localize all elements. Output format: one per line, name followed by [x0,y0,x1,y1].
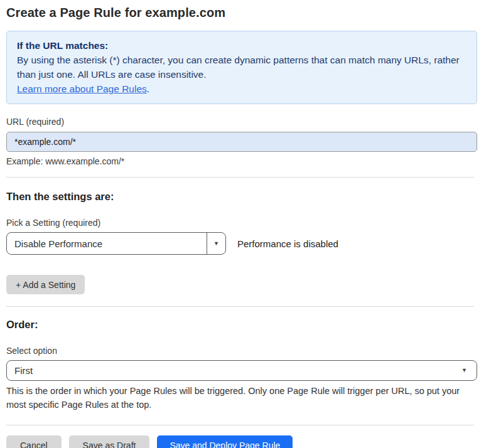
setting-select[interactable]: Disable Performance ▼ [6,232,226,255]
settings-section-heading: Then the settings are: [6,191,477,203]
page-title: Create a Page Rule for example.com [6,6,477,20]
link-suffix: . [147,83,149,94]
url-matches-info-box: If the URL matches: By using the asteris… [6,31,477,104]
order-help-text: This is the order in which your Page Rul… [6,384,474,412]
order-select-value: First [7,361,461,380]
chevron-down-icon: ▼ [461,368,467,373]
divider [6,425,474,425]
divider [6,177,474,178]
setting-select-value: Disable Performance [7,233,207,254]
setting-status-text: Performance is disabled [237,238,338,249]
divider [6,306,474,307]
page-rule-form: Create a Page Rule for example.com If th… [6,6,477,448]
url-label: URL (required) [6,117,477,127]
info-box-heading: If the URL matches: [17,38,466,53]
info-box-body: By using the asterisk (*) character, you… [17,53,466,82]
setting-select-arrow-button[interactable]: ▼ [207,233,225,254]
order-label: Select option [6,346,477,356]
learn-more-link[interactable]: Learn more about Page Rules [17,83,147,94]
url-input[interactable] [6,132,477,152]
url-example-hint: Example: www.example.com/* [6,156,477,166]
cancel-button[interactable]: Cancel [6,435,62,448]
order-section-heading: Order: [6,319,477,331]
action-button-row: Cancel Save as Draft Save and Deploy Pag… [6,435,477,448]
setting-row: Disable Performance ▼ Performance is dis… [6,232,477,255]
info-box-link-line: Learn more about Page Rules. [17,82,466,96]
add-setting-button[interactable]: + Add a Setting [6,275,85,294]
chevron-down-icon: ▼ [213,241,219,247]
pick-setting-label: Pick a Setting (required) [6,218,477,228]
order-select[interactable]: First ▼ [6,360,477,381]
save-and-deploy-button[interactable]: Save and Deploy Page Rule [157,435,293,448]
order-select-caret-wrap: ▼ [461,361,477,380]
save-as-draft-button[interactable]: Save as Draft [69,435,150,448]
